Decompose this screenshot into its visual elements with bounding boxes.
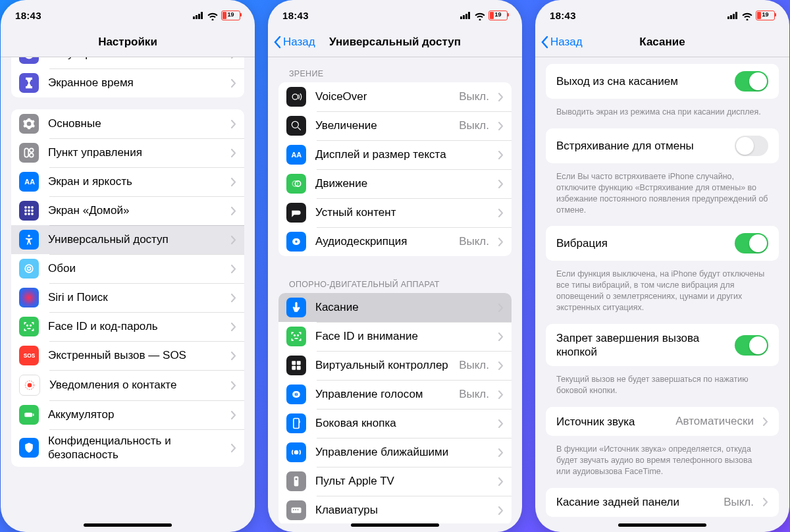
- row-controlcenter[interactable]: Пункт управления: [11, 138, 244, 167]
- row-back-tap[interactable]: Касание задней панели Выкл.: [546, 488, 779, 517]
- row-label: Касание: [315, 300, 489, 314]
- faceid-icon: [286, 327, 306, 346]
- row-vibration: Вибрация: [546, 226, 779, 261]
- toggle-vibration[interactable]: [735, 233, 768, 253]
- row-sidebutton[interactable]: Боковая кнопка: [278, 409, 512, 438]
- row-keyboards[interactable]: Клавиатуры: [278, 496, 512, 523]
- row-display[interactable]: AA Экран и яркость: [11, 167, 244, 196]
- row-motion[interactable]: Движение: [278, 169, 512, 198]
- row-label: Siri и Поиск: [48, 290, 222, 304]
- row-exposure[interactable]: Уведомления о контакте: [11, 370, 244, 400]
- chevron-right-icon: [231, 236, 236, 244]
- group-label: ОПОРНО-ДВИГАТЕЛЬНЫЙ АППАРАТ: [278, 268, 512, 293]
- chevron-right-icon: [498, 332, 504, 341]
- row-battery[interactable]: Аккумулятор: [11, 400, 244, 429]
- row-sos[interactable]: SOS Экстренный вызов — SOS: [11, 341, 244, 370]
- row-label: Устный контент: [315, 205, 489, 219]
- svg-rect-43: [295, 509, 296, 510]
- row-label: Основные: [48, 117, 222, 130]
- row-value: Выкл.: [459, 359, 489, 372]
- row-switchcontrol[interactable]: Виртуальный контроллер Выкл.: [278, 351, 512, 380]
- svg-point-40: [295, 478, 297, 480]
- row-accessibility[interactable]: Универсальный доступ: [11, 225, 244, 254]
- back-button[interactable]: Назад: [268, 36, 315, 49]
- chevron-right-icon: [231, 120, 236, 128]
- row-screentime[interactable]: Экранное время: [11, 68, 244, 97]
- row-label: Face ID и код-пароль: [48, 319, 222, 333]
- svg-point-13: [28, 235, 30, 237]
- row-privacy[interactable]: Конфиденциальность и безопасность: [11, 429, 244, 467]
- control-center-icon: [19, 143, 39, 163]
- svg-point-38: [295, 451, 298, 454]
- row-shake-undo: Встряхивание для отмены: [546, 128, 779, 163]
- svg-point-30: [294, 335, 296, 336]
- footer-text: Дважды или трижды коснуться задней повер…: [546, 521, 779, 523]
- row-label: Аудиодескрипция: [315, 234, 450, 248]
- row-faceid[interactable]: Face ID и код-пароль: [11, 312, 244, 341]
- chevron-right-icon: [498, 180, 504, 188]
- chevron-right-icon: [498, 390, 504, 399]
- chevron-right-icon: [231, 265, 236, 273]
- status-right: 19: [193, 11, 240, 20]
- chevron-right-icon: [498, 209, 504, 217]
- remote-icon: [286, 471, 306, 491]
- row-homescreen[interactable]: Экран «Домой»: [11, 196, 244, 225]
- settings-group: Основные Пункт управления AA Экран и ярк…: [11, 109, 244, 467]
- toggle-shake-undo[interactable]: [735, 136, 768, 156]
- row-label: Запрет завершения вызова кнопкой: [556, 331, 725, 359]
- svg-rect-33: [297, 361, 301, 365]
- row-general[interactable]: Основные: [11, 109, 244, 138]
- battery-icon: [19, 405, 39, 425]
- chevron-right-icon: [498, 93, 504, 101]
- chevron-right-icon: [231, 57, 236, 59]
- svg-rect-6: [31, 206, 33, 208]
- row-voiceover[interactable]: VoiceOver Выкл.: [278, 82, 512, 111]
- home-indicator[interactable]: [351, 523, 439, 527]
- svg-rect-34: [292, 366, 296, 370]
- row-label: Движение: [315, 176, 489, 190]
- toggle-group: Вибрация: [546, 226, 779, 261]
- toggle-wake-touch[interactable]: [735, 71, 768, 92]
- row-siri[interactable]: Siri и Поиск: [11, 283, 244, 312]
- row-voicecontrol[interactable]: Управление голосом Выкл.: [278, 380, 512, 409]
- row-zoom[interactable]: Увеличение Выкл.: [278, 111, 512, 140]
- row-appletv[interactable]: Пульт Apple TV: [278, 467, 512, 496]
- row-label: Клавиатуры: [315, 503, 489, 517]
- sidebutton-icon: [286, 413, 306, 433]
- wifi-icon: [742, 11, 752, 19]
- row-displaytext[interactable]: AA Дисплей и размер текста: [278, 140, 512, 169]
- motion-icon: [286, 174, 306, 194]
- siri-icon: [19, 288, 39, 307]
- svg-rect-22: [33, 413, 34, 415]
- back-button[interactable]: Назад: [535, 36, 583, 49]
- chevron-right-icon: [763, 498, 768, 506]
- svg-rect-37: [294, 419, 299, 429]
- cell-signal-icon: [460, 12, 471, 19]
- footer-text: В функции «Источник звука» определяется,…: [546, 440, 779, 485]
- row-focus[interactable]: Фокусирование: [11, 57, 244, 68]
- row-value: Выкл.: [724, 496, 754, 509]
- chevron-right-icon: [498, 506, 504, 515]
- home-indicator[interactable]: [84, 523, 172, 527]
- row-wallpaper[interactable]: Обои: [11, 254, 244, 283]
- home-indicator[interactable]: [618, 523, 706, 527]
- row-faceid-attention[interactable]: Face ID и внимание: [278, 322, 512, 351]
- footer-text: Если Вы часто встряхиваете iPhone случай…: [546, 167, 779, 224]
- row-audiodesc[interactable]: Аудиодескрипция Выкл.: [278, 227, 512, 256]
- svg-text:SOS: SOS: [24, 352, 36, 359]
- toggle-group: Выход из сна касанием: [546, 64, 779, 99]
- toggle-prevent-lock-end[interactable]: [735, 335, 768, 356]
- row-audio-source[interactable]: Источник звука Автоматически: [546, 407, 779, 436]
- row-label: Управление голосом: [315, 387, 450, 401]
- row-label: Экстренный вызов — SOS: [48, 348, 222, 362]
- status-time: 18:43: [15, 10, 41, 21]
- chevron-right-icon: [231, 149, 236, 157]
- footer-text: Если функция выключена, на iPhone будут …: [546, 265, 779, 321]
- row-label: Пункт управления: [48, 146, 222, 159]
- status-bar: 18:43 19: [1, 3, 255, 28]
- row-touch[interactable]: Касание: [278, 293, 512, 322]
- row-spoken[interactable]: Устный контент: [278, 198, 512, 227]
- chevron-right-icon: [498, 304, 504, 312]
- accessibility-icon: [19, 230, 39, 250]
- row-nearby[interactable]: Управление ближайшими: [278, 438, 512, 467]
